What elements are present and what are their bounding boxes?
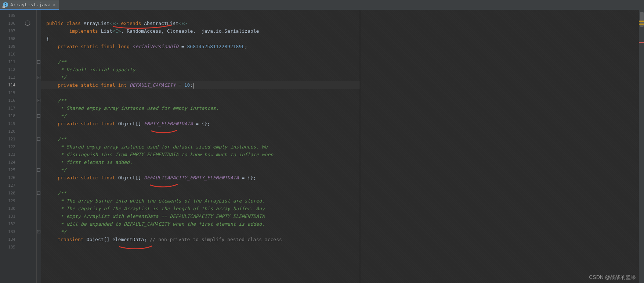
- lock-icon: [2, 5, 5, 8]
- line-number[interactable]: 123: [0, 151, 18, 158]
- line-number[interactable]: 130: [0, 205, 18, 212]
- line-number[interactable]: 114: [0, 81, 18, 89]
- fold-gutter[interactable]: −−−−−−−−: [37, 10, 41, 283]
- line-number[interactable]: 126: [0, 174, 18, 182]
- line-number[interactable]: 106: [0, 19, 18, 27]
- override-marker-icon[interactable]: [25, 21, 30, 26]
- scrollbar-thumb[interactable]: [640, 12, 644, 27]
- line-number[interactable]: 134: [0, 236, 18, 243]
- fold-toggle-icon[interactable]: −: [37, 60, 40, 64]
- line-number[interactable]: 113: [0, 74, 18, 81]
- fold-toggle-icon[interactable]: −: [37, 114, 40, 118]
- right-split-panel: [360, 10, 639, 283]
- line-number[interactable]: 119: [0, 120, 18, 128]
- tab-close-button[interactable]: ×: [53, 2, 56, 8]
- line-number[interactable]: 131: [0, 212, 18, 220]
- tab-filename: ArrayList.java: [10, 2, 51, 7]
- line-number[interactable]: 117: [0, 104, 18, 112]
- fold-toggle-icon[interactable]: −: [37, 191, 40, 195]
- line-number[interactable]: 132: [0, 220, 18, 228]
- line-number[interactable]: 124: [0, 158, 18, 166]
- line-number[interactable]: 127: [0, 182, 18, 189]
- line-number[interactable]: 105: [0, 12, 18, 19]
- line-number[interactable]: 129: [0, 197, 18, 205]
- line-number[interactable]: 116: [0, 97, 18, 104]
- fold-toggle-icon[interactable]: −: [37, 230, 40, 233]
- scroll-marker-warning[interactable]: [639, 21, 644, 22]
- line-number[interactable]: 118: [0, 112, 18, 120]
- java-class-icon: [3, 2, 8, 7]
- line-number[interactable]: 120: [0, 128, 18, 135]
- line-number[interactable]: 121: [0, 135, 18, 143]
- line-number[interactable]: 110: [0, 50, 18, 58]
- line-number[interactable]: 115: [0, 89, 18, 97]
- line-number[interactable]: 111: [0, 58, 18, 66]
- scrollbar-vertical[interactable]: [639, 10, 644, 283]
- tab-bar: ArrayList.java ×: [0, 0, 644, 10]
- line-number[interactable]: 107: [0, 27, 18, 35]
- line-number[interactable]: 125: [0, 166, 18, 174]
- action-gutter[interactable]: [18, 10, 37, 283]
- line-number[interactable]: 133: [0, 228, 18, 236]
- fold-toggle-icon[interactable]: −: [37, 137, 40, 141]
- scroll-marker-warning[interactable]: [639, 24, 644, 25]
- fold-toggle-icon[interactable]: −: [37, 168, 40, 172]
- line-number[interactable]: 122: [0, 143, 18, 151]
- line-number[interactable]: 112: [0, 66, 18, 74]
- file-tab[interactable]: ArrayList.java ×: [0, 0, 59, 10]
- scroll-marker-error[interactable]: [639, 42, 644, 43]
- line-number[interactable]: 128: [0, 189, 18, 197]
- line-number[interactable]: 109: [0, 43, 18, 50]
- fold-toggle-icon[interactable]: −: [37, 76, 40, 79]
- line-number[interactable]: 108: [0, 35, 18, 43]
- watermark-text: CSDN @战战的坚果: [589, 274, 636, 281]
- line-number[interactable]: 135: [0, 243, 18, 251]
- line-number-gutter[interactable]: 1051061071081091101111121131141151161171…: [0, 10, 18, 283]
- fold-toggle-icon[interactable]: −: [37, 99, 40, 102]
- svg-rect-0: [3, 6, 5, 8]
